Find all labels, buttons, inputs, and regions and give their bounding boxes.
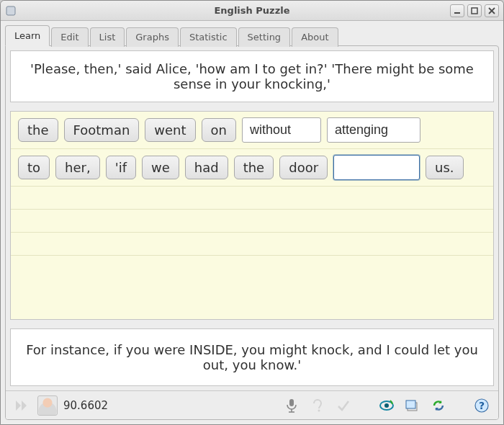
word-chip[interactable]: on — [202, 118, 236, 142]
score-value: 90.6602 — [63, 399, 108, 412]
tabbar: LearnEditListGraphsStatisticSettingAbout — [1, 21, 503, 46]
word-chip[interactable]: had — [185, 156, 228, 179]
word-chip[interactable]: her, — [55, 156, 100, 179]
sync-button[interactable] — [428, 395, 449, 416]
word-input[interactable] — [327, 117, 420, 143]
tab-about[interactable]: About — [292, 27, 338, 47]
tab-content: 'Please, then,' said Alice, 'how am I to… — [5, 45, 499, 420]
stack-button[interactable] — [402, 395, 423, 416]
word-chip[interactable]: Footman — [64, 118, 140, 142]
word-chip[interactable]: the — [18, 118, 58, 142]
word-chip[interactable]: we — [142, 156, 179, 179]
app-window: English Puzzle LearnEditListGraphsStatis… — [0, 0, 504, 425]
titlebar: English Puzzle — [1, 1, 503, 21]
tab-graphs[interactable]: Graphs — [126, 27, 179, 47]
help-button[interactable]: ? — [471, 395, 492, 416]
microphone-button[interactable] — [281, 395, 302, 416]
app-icon — [5, 5, 17, 17]
svg-rect-5 — [289, 399, 294, 406]
word-input[interactable] — [333, 155, 420, 180]
puzzle-panel: theFootmanwentontoher,'ifwehadthedoorus. — [10, 111, 494, 320]
prompt-panel: 'Please, then,' said Alice, 'how am I to… — [10, 50, 494, 102]
puzzle-row: toher,'ifwehadthedoorus. — [11, 149, 493, 187]
svg-point-8 — [318, 409, 320, 411]
window-title: English Puzzle — [1, 5, 503, 16]
tab-edit[interactable]: Edit — [51, 27, 88, 47]
svg-rect-0 — [6, 6, 15, 15]
tab-list[interactable]: List — [90, 27, 125, 47]
skip-forward-button[interactable] — [12, 395, 33, 416]
svg-text:?: ? — [479, 400, 485, 411]
tab-statistic[interactable]: Statistic — [180, 27, 237, 47]
hint-panel: For instance, if you were INSIDE, you mi… — [10, 328, 494, 386]
puzzle-row — [11, 210, 493, 233]
puzzle-row: theFootmanwenton — [11, 112, 493, 149]
bottom-toolbar: 90.6602 ? — [6, 390, 498, 419]
tab-setting[interactable]: Setting — [238, 27, 291, 47]
word-chip[interactable]: us. — [426, 156, 464, 179]
svg-rect-2 — [472, 8, 477, 14]
puzzle-row — [11, 187, 493, 210]
puzzle-row — [11, 233, 493, 256]
tab-learn[interactable]: Learn — [5, 25, 50, 46]
word-chip[interactable]: went — [145, 118, 195, 142]
avatar[interactable] — [37, 395, 58, 416]
svg-rect-12 — [406, 401, 415, 408]
check-button[interactable] — [333, 395, 354, 416]
maximize-button[interactable] — [467, 4, 482, 17]
word-chip[interactable]: the — [234, 156, 274, 179]
minimize-button[interactable] — [450, 4, 464, 17]
eye-refresh-button[interactable] — [376, 395, 397, 416]
word-chip[interactable]: to — [18, 156, 50, 179]
close-button[interactable] — [485, 4, 499, 17]
listen-button[interactable] — [307, 395, 328, 416]
word-chip[interactable]: door — [279, 156, 328, 179]
word-input[interactable] — [242, 117, 321, 143]
svg-point-10 — [384, 403, 389, 408]
word-chip[interactable]: 'if — [106, 156, 136, 179]
